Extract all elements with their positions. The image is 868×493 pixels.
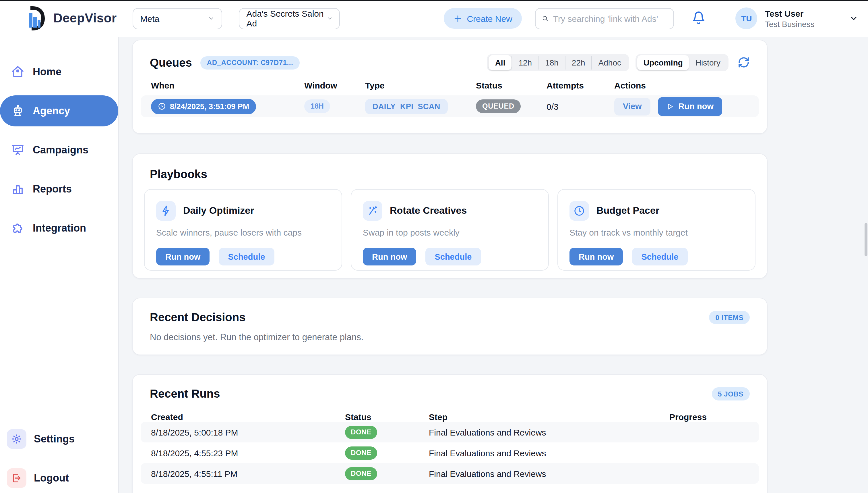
sidebar-item-label: Reports [33,183,72,195]
run-now-label: Run now [679,102,713,111]
refresh-icon [737,56,750,68]
playbook-title: Budget Pacer [596,205,659,217]
wand-icon [367,205,378,217]
user-menu[interactable]: TU Test User Test Business [736,7,858,29]
sidebar-item-reports[interactable]: Reports [0,173,118,205]
filter-12h[interactable]: 12h [511,56,538,69]
queues-controls: All 12h 18h 22h Adhoc Upcoming History [487,54,750,71]
toggle-history[interactable]: History [689,56,727,69]
user-texts: Test User Test Business [765,8,815,29]
sidebar-item-label: Campaigns [33,144,88,156]
playbook-schedule-button[interactable]: Schedule [632,248,687,265]
chevron-down-icon [326,15,333,22]
sidebar-item-home[interactable]: Home [0,56,118,87]
home-icon [11,65,25,79]
playbook-budget-pacer: Budget Pacer Stay on track vs monthly ta… [557,189,755,271]
items-count-badge: 0 ITEMS [709,311,750,324]
window-badge: 18H [304,100,330,113]
header-divider [719,6,719,31]
type-badge: DAILY_KPI_SCAN [365,99,448,114]
clock-icon [158,102,166,110]
chevron-down-icon [849,14,858,23]
when-pill: 8/24/2025, 3:51:09 PM [151,99,256,114]
logout-icon [11,472,22,484]
actions-cell: View Run now [614,97,759,116]
lightning-icon [160,205,172,217]
run-row: 8/18/2025, 4:55:11 PM DONE Final Evaluat… [141,463,759,484]
puzzle-icon [11,221,25,235]
queues-title: Queues [150,56,192,69]
playbook-schedule-button[interactable]: Schedule [426,248,481,265]
run-step: Final Evaluations and Reviews [429,448,669,458]
create-new-label: Create New [467,14,512,23]
queues-table-header: When Window Type Status Attempts Actions [141,81,759,90]
col-attempts: Attempts [547,81,614,90]
run-status-badge: DONE [345,426,377,439]
queues-header: Queues AD_ACCOUNT: C97D71... All 12h 18h… [133,40,767,71]
sidebar-item-logout[interactable]: Logout [7,468,69,488]
view-toggle-group: Upcoming History [636,54,729,71]
when-value: 8/24/2025, 3:51:09 PM [170,102,249,111]
brand-name: DeepVisor [53,11,117,26]
col-progress: Progress [669,412,759,422]
sidebar-item-agency[interactable]: Agency [0,95,118,126]
user-name: Test User [765,8,815,19]
bell-icon [692,11,706,25]
refresh-button[interactable] [737,56,750,69]
bar-chart-icon [11,182,25,196]
toggle-upcoming[interactable]: Upcoming [637,55,689,70]
playbook-run-button[interactable]: Run now [363,248,416,265]
sidebar-item-label: Agency [33,105,70,117]
filter-adhoc[interactable]: Adhoc [592,56,627,69]
playbook-schedule-button[interactable]: Schedule [219,248,274,265]
main-content: Queues AD_ACCOUNT: C97D71... All 12h 18h… [119,37,868,493]
ad-account-badge: AD_ACCOUNT: C97D71... [201,56,300,69]
empty-message: No decisions yet. Run the optimizer to g… [133,324,767,342]
vertical-scrollbar-thumb[interactable] [865,223,867,256]
search-box [535,8,674,29]
run-status-badge: DONE [345,467,377,480]
account-select[interactable]: Ada's Secrets Salon Ad [239,8,340,29]
presentation-chart-icon [11,143,25,157]
play-icon [666,103,674,110]
header: DeepVisor Meta Ada's Secrets Salon Ad Cr… [0,0,868,37]
status-badge: QUEUED [476,100,521,113]
col-status: Status [476,81,547,90]
sidebar-item-campaigns[interactable]: Campaigns [0,134,118,166]
col-status: Status [345,412,429,422]
jobs-count-badge: 5 JOBS [712,387,750,401]
queue-row: 8/24/2025, 3:51:09 PM 18H DAILY_KPI_SCAN… [141,95,759,117]
sidebar-item-integration[interactable]: Integration [0,213,118,244]
playbook-daily-optimizer: Daily Optimizer Scale winners, pause los… [144,189,342,271]
sidebar-nav: Home Agency Campaigns [0,56,118,252]
playbook-description: Swap in top posts weekly [363,228,537,237]
notifications-button[interactable] [691,11,706,26]
attempts-value: 0/3 [547,102,614,111]
run-row: 8/18/2025, 5:00:18 PM DONE Final Evaluat… [141,422,759,443]
sidebar: Home Agency Campaigns [0,37,119,493]
app-window: DeepVisor Meta Ada's Secrets Salon Ad Cr… [0,0,868,493]
sidebar-item-settings[interactable]: Settings [7,429,75,449]
filter-18h[interactable]: 18h [538,56,565,69]
sidebar-divider [0,383,118,383]
clock-icon [573,205,585,217]
playbook-description: Scale winners, pause losers with caps [156,228,330,237]
playbook-title: Rotate Creatives [390,205,467,217]
view-button[interactable]: View [614,98,650,115]
run-step: Final Evaluations and Reviews [429,427,669,437]
playbook-run-button[interactable]: Run now [156,248,209,265]
col-when: When [151,81,304,90]
run-created: 8/18/2025, 4:55:23 PM [151,448,345,458]
sidebar-item-label: Settings [34,433,75,445]
create-new-button[interactable]: Create New [444,8,522,29]
search-input[interactable] [553,14,667,23]
playbook-icon-box [156,201,176,221]
recent-runs-title: Recent Runs [150,387,220,401]
playbooks-row: Daily Optimizer Scale winners, pause los… [133,181,767,271]
filter-all[interactable]: All [489,55,512,70]
platform-select[interactable]: Meta [133,8,222,29]
playbook-run-button[interactable]: Run now [570,248,623,265]
run-now-button[interactable]: Run now [658,97,722,116]
filter-22h[interactable]: 22h [565,56,592,69]
sidebar-item-label: Home [33,66,62,78]
